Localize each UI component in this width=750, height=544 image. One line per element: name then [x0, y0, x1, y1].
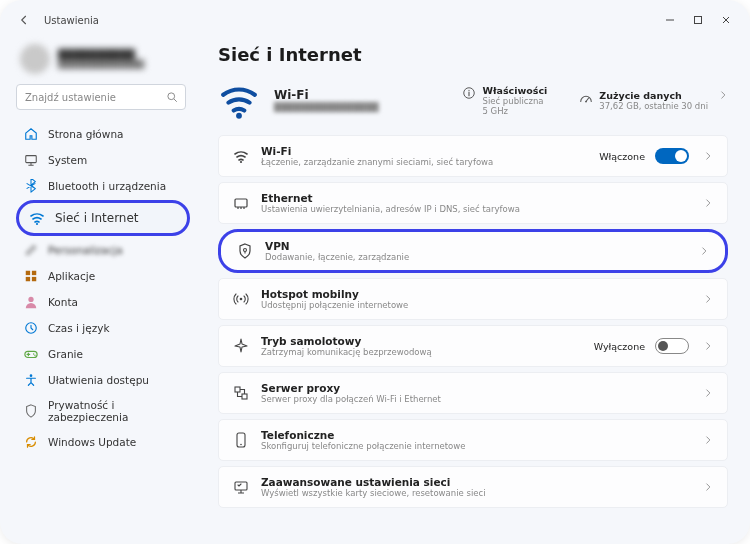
sidebar-item-label: System — [48, 154, 87, 166]
sidebar-item-home[interactable]: Strona główna — [16, 122, 190, 146]
dialup-icon — [233, 432, 249, 448]
brush-icon — [24, 243, 38, 257]
svg-point-23 — [168, 93, 175, 100]
search-input[interactable] — [16, 84, 186, 110]
titlebar: Ustawienia — [0, 0, 750, 34]
svg-rect-22 — [695, 17, 702, 24]
settings-window: Ustawienia ██████████ ██████████████ — [0, 0, 750, 544]
wifi-icon — [233, 148, 249, 164]
sidebar-item-label: Czas i język — [48, 322, 110, 334]
page-title: Sieć i Internet — [218, 44, 728, 65]
chevron-right-icon — [703, 198, 713, 208]
sidebar-item-clock[interactable]: Czas i język — [16, 316, 190, 340]
sidebar-item-gaming[interactable]: Granie — [16, 342, 190, 366]
clock-icon — [24, 321, 38, 335]
account-name: ██████████ — [58, 49, 144, 60]
back-button[interactable] — [12, 8, 36, 32]
sidebar-item-apps[interactable]: Aplikacje — [16, 264, 190, 288]
setting-card-shield[interactable]: VPNDodawanie, łączenie, zarządzanie — [218, 229, 728, 273]
card-title: VPN — [265, 240, 683, 252]
wifi-icon — [29, 210, 45, 226]
sidebar-item-account[interactable]: Konta — [16, 290, 190, 314]
card-subtitle: Udostępnij połączenie internetowe — [261, 300, 687, 310]
avatar — [20, 44, 50, 74]
setting-card-advanced[interactable]: Zaawansowane ustawienia sieciWyświetl ws… — [218, 466, 728, 508]
advanced-icon — [233, 479, 249, 495]
sidebar: ██████████ ██████████████ Strona głównaS… — [0, 34, 200, 544]
system-icon — [24, 153, 38, 167]
setting-card-airplane[interactable]: Tryb samolotowyZatrzymaj komunikację bez… — [218, 325, 728, 367]
setting-card-hotspot[interactable]: Hotspot mobilnyUdostępnij połączenie int… — [218, 278, 728, 320]
sidebar-nav: Strona głównaSystemBluetooth i urządzeni… — [16, 122, 190, 454]
main-content: Sieć i Internet Wi-Fi ████████████████ W… — [200, 34, 750, 544]
accessibility-icon — [24, 373, 38, 387]
chevron-right-icon — [703, 388, 713, 398]
wifi-subtitle: ████████████████ — [274, 102, 379, 112]
search-icon — [166, 91, 178, 103]
sidebar-item-brush[interactable]: Personalizacja — [16, 238, 190, 262]
properties-title: Właściwości — [482, 85, 547, 96]
chevron-right-icon — [703, 482, 713, 492]
sidebar-item-accessibility[interactable]: Ułatwienia dostępu — [16, 368, 190, 392]
shield-icon — [237, 243, 253, 259]
sidebar-item-wifi[interactable]: Sieć i Internet — [16, 200, 190, 236]
setting-card-ethernet[interactable]: EthernetUstawienia uwierzytelniania, adr… — [218, 182, 728, 224]
wifi-name: Wi-Fi — [274, 88, 379, 102]
sidebar-item-label: Bluetooth i urządzenia — [48, 180, 166, 192]
privacy-icon — [24, 404, 38, 418]
app-title: Ustawienia — [44, 15, 99, 26]
chevron-right-icon — [703, 341, 713, 351]
card-subtitle: Zatrzymaj komunikację bezprzewodową — [261, 347, 582, 357]
card-subtitle: Skonfiguruj telefoniczne połączenie inte… — [261, 441, 687, 451]
apps-icon — [24, 269, 38, 283]
sidebar-item-system[interactable]: System — [16, 148, 190, 172]
wifi-toggle[interactable] — [655, 148, 689, 164]
info-icon — [462, 86, 476, 100]
proxy-icon — [233, 385, 249, 401]
sidebar-item-label: Prywatność i zabezpieczenia — [48, 399, 182, 423]
sidebar-item-label: Windows Update — [48, 436, 136, 448]
chevron-right-icon — [703, 294, 713, 304]
setting-card-dialup[interactable]: TelefoniczneSkonfiguruj telefoniczne poł… — [218, 419, 728, 461]
card-subtitle: Dodawanie, łączenie, zarządzanie — [265, 252, 683, 262]
card-subtitle: Wyświetl wszystkie karty sieciowe, reset… — [261, 488, 687, 498]
account-mail: ██████████████ — [58, 60, 144, 69]
window-maximize-button[interactable] — [686, 9, 710, 31]
card-title: Telefoniczne — [261, 429, 687, 441]
account-icon — [24, 295, 38, 309]
gaming-icon — [24, 347, 38, 361]
window-minimize-button[interactable] — [658, 9, 682, 31]
card-title: Wi-Fi — [261, 145, 587, 157]
data-usage-link[interactable]: Zużycie danych 37,62 GB, ostatnie 30 dni — [579, 90, 728, 111]
chevron-right-icon — [718, 90, 728, 100]
wifi-icon — [218, 79, 260, 121]
setting-card-wifi[interactable]: Wi-FiŁączenie, zarządzanie znanymi sieci… — [218, 135, 728, 177]
sidebar-item-update[interactable]: Windows Update — [16, 430, 190, 454]
sidebar-item-bluetooth[interactable]: Bluetooth i urządzenia — [16, 174, 190, 198]
sidebar-item-label: Aplikacje — [48, 270, 95, 282]
card-title: Hotspot mobilny — [261, 288, 687, 300]
bluetooth-icon — [24, 179, 38, 193]
window-close-button[interactable] — [714, 9, 738, 31]
sidebar-item-label: Granie — [48, 348, 83, 360]
properties-link[interactable]: Właściwości Sieć publiczna 5 GHz — [462, 85, 547, 116]
airplane-icon — [233, 338, 249, 354]
update-icon — [24, 435, 38, 449]
usage-title: Zużycie danych — [599, 90, 708, 101]
ethernet-icon — [233, 195, 249, 211]
settings-card-list: Wi-FiŁączenie, zarządzanie znanymi sieci… — [218, 135, 728, 508]
chevron-right-icon — [703, 435, 713, 445]
home-icon — [24, 127, 38, 141]
airplane-toggle[interactable] — [655, 338, 689, 354]
toggle-state-label: Włączone — [599, 151, 645, 162]
sidebar-item-label: Personalizacja — [48, 244, 123, 256]
card-title: Tryb samolotowy — [261, 335, 582, 347]
usage-sub: 37,62 GB, ostatnie 30 dni — [599, 101, 708, 111]
account-block[interactable]: ██████████ ██████████████ — [20, 44, 186, 74]
card-title: Ethernet — [261, 192, 687, 204]
sidebar-item-privacy[interactable]: Prywatność i zabezpieczenia — [16, 394, 190, 428]
chevron-right-icon — [703, 151, 713, 161]
properties-sub: Sieć publiczna 5 GHz — [482, 96, 547, 116]
setting-card-proxy[interactable]: Serwer proxySerwer proxy dla połączeń Wi… — [218, 372, 728, 414]
sidebar-item-label: Konta — [48, 296, 78, 308]
